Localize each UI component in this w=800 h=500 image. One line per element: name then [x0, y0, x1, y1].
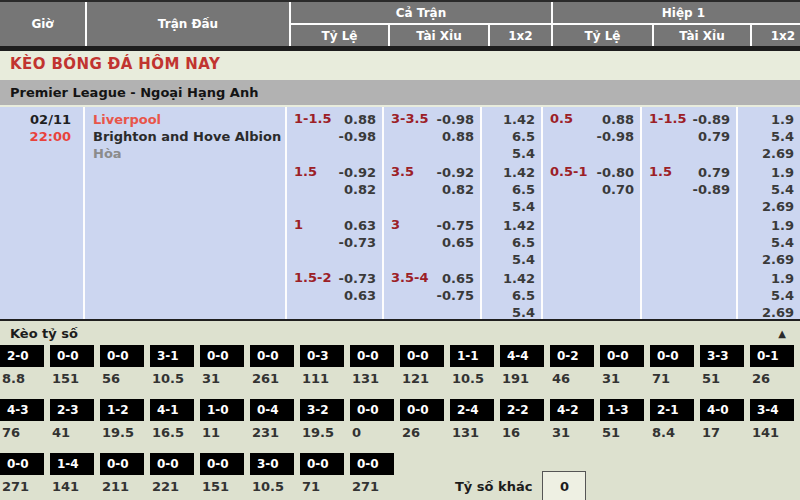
score-box[interactable]: 0-0: [100, 453, 144, 475]
score-box[interactable]: 4-1: [150, 399, 194, 421]
odds-cell-full-over-under[interactable]: 3.5-40.65-0.75: [384, 266, 482, 321]
score-box[interactable]: 0-0: [350, 399, 394, 421]
score-cell[interactable]: 0-00: [350, 399, 394, 449]
other-score-value[interactable]: 0: [542, 471, 586, 500]
odds-cell-h1-1x2[interactable]: 1.95.42.69: [738, 107, 800, 162]
score-box[interactable]: 3-4: [750, 399, 794, 421]
odds-cell-h1-1x2[interactable]: 1.95.42.69: [738, 160, 800, 215]
score-box[interactable]: 0-0: [400, 399, 444, 421]
score-box[interactable]: 0-0: [600, 345, 644, 367]
score-box[interactable]: 3-1: [150, 345, 194, 367]
score-box[interactable]: 2-3: [50, 399, 94, 421]
score-cell[interactable]: 3-351: [700, 345, 744, 395]
score-cell[interactable]: 4-116.5: [150, 399, 194, 449]
odds-cell-full-handicap[interactable]: 1-1.50.88-0.98: [287, 107, 384, 162]
collapse-icon[interactable]: ▲: [778, 328, 786, 339]
score-cell[interactable]: 1-219.5: [100, 399, 144, 449]
score-box[interactable]: 2-1: [650, 399, 694, 421]
score-box[interactable]: 0-0: [200, 453, 244, 475]
score-cell[interactable]: 1-110.5: [450, 345, 494, 395]
score-cell[interactable]: 0-031: [600, 345, 644, 395]
score-cell[interactable]: 0-056: [100, 345, 144, 395]
score-box[interactable]: 0-0: [650, 345, 694, 367]
score-box[interactable]: 0-0: [0, 453, 44, 475]
score-box[interactable]: 0-0: [150, 453, 194, 475]
score-box[interactable]: 0-3: [300, 345, 344, 367]
odds-cell-full-handicap[interactable]: 1.5-0.920.82: [287, 160, 384, 215]
score-cell[interactable]: 4-231: [550, 399, 594, 449]
score-box[interactable]: 4-2: [550, 399, 594, 421]
score-box[interactable]: 1-4: [50, 453, 94, 475]
odds-cell-full-1x2[interactable]: 1.426.55.4: [482, 160, 543, 215]
odds-cell-h1-1x2[interactable]: 1.95.42.69: [738, 213, 800, 268]
score-cell[interactable]: 0-0151: [50, 345, 94, 395]
score-box[interactable]: 0-1: [750, 345, 794, 367]
odds-cell-h1-handicap[interactable]: [543, 213, 642, 268]
odds-cell-full-1x2[interactable]: 1.426.55.4: [482, 266, 543, 321]
score-cell[interactable]: 3-110.5: [150, 345, 194, 395]
score-box[interactable]: 1-1: [450, 345, 494, 367]
score-box[interactable]: 1-0: [200, 399, 244, 421]
score-cell[interactable]: 0-0151: [200, 453, 244, 500]
odds-cell-full-over-under[interactable]: 3.5-0.920.82: [384, 160, 482, 215]
odds-cell-h1-over-under[interactable]: 1-1.5-0.890.79: [642, 107, 738, 162]
score-cell[interactable]: 0-026: [400, 399, 444, 449]
score-box[interactable]: 0-0: [350, 345, 394, 367]
odds-cell-full-handicap[interactable]: 10.63-0.73: [287, 213, 384, 268]
score-box[interactable]: 1-3: [600, 399, 644, 421]
score-cell[interactable]: 3-219.5: [300, 399, 344, 449]
odds-cell-h1-1x2[interactable]: 1.95.42.69: [738, 266, 800, 321]
score-cell[interactable]: 2-18.4: [650, 399, 694, 449]
score-cell[interactable]: 0-0261: [250, 345, 294, 395]
score-box[interactable]: 0-0: [50, 345, 94, 367]
score-box[interactable]: 1-2: [100, 399, 144, 421]
score-cell[interactable]: 0-0211: [100, 453, 144, 500]
score-cell[interactable]: 4-017: [700, 399, 744, 449]
score-cell[interactable]: 0-126: [750, 345, 794, 395]
score-cell[interactable]: 0-4231: [250, 399, 294, 449]
score-cell[interactable]: 4-376: [0, 399, 44, 449]
score-box[interactable]: 0-0: [200, 345, 244, 367]
score-box[interactable]: 0-0: [100, 345, 144, 367]
score-box[interactable]: 2-4: [450, 399, 494, 421]
score-box[interactable]: 3-2: [300, 399, 344, 421]
score-cell[interactable]: 2-216: [500, 399, 544, 449]
score-box[interactable]: 4-4: [500, 345, 544, 367]
score-cell[interactable]: 0-0121: [400, 345, 444, 395]
odds-cell-h1-over-under[interactable]: [642, 266, 738, 321]
score-box[interactable]: 4-3: [0, 399, 44, 421]
score-cell[interactable]: 0-3111: [300, 345, 344, 395]
score-cell[interactable]: 1-011: [200, 399, 244, 449]
score-box[interactable]: 3-3: [700, 345, 744, 367]
score-box[interactable]: 0-0: [250, 345, 294, 367]
score-cell[interactable]: 4-4191: [500, 345, 544, 395]
score-box[interactable]: 0-0: [300, 453, 344, 475]
odds-cell-h1-handicap[interactable]: 0.50.88-0.98: [543, 107, 642, 162]
odds-cell-full-1x2[interactable]: 1.426.55.4: [482, 213, 543, 268]
score-cell[interactable]: 2-08.8: [0, 345, 44, 395]
score-cell[interactable]: 2-341: [50, 399, 94, 449]
score-box[interactable]: 0-2: [550, 345, 594, 367]
odds-cell-h1-over-under[interactable]: 1.50.79-0.89: [642, 160, 738, 215]
odds-cell-h1-handicap[interactable]: 0.5-1-0.800.70: [543, 160, 642, 215]
score-cell[interactable]: 0-071: [300, 453, 344, 500]
score-cell[interactable]: 0-0131: [350, 345, 394, 395]
odds-cell-full-1x2[interactable]: 1.426.55.4: [482, 107, 543, 162]
odds-cell-h1-handicap[interactable]: [543, 266, 642, 321]
odds-cell-full-handicap[interactable]: 1.5-2-0.730.63: [287, 266, 384, 321]
score-cell[interactable]: 0-0271: [350, 453, 394, 500]
score-cell[interactable]: 0-031: [200, 345, 244, 395]
score-box[interactable]: 0-4: [250, 399, 294, 421]
score-box[interactable]: 2-0: [0, 345, 44, 367]
score-cell[interactable]: 0-0221: [150, 453, 194, 500]
odds-cell-full-over-under[interactable]: 3-3.5-0.980.88: [384, 107, 482, 162]
score-box[interactable]: 0-0: [400, 345, 444, 367]
odds-cell-h1-over-under[interactable]: [642, 213, 738, 268]
score-cell[interactable]: 0-071: [650, 345, 694, 395]
score-cell[interactable]: 2-4131: [450, 399, 494, 449]
score-cell[interactable]: 0-246: [550, 345, 594, 395]
score-box[interactable]: 4-0: [700, 399, 744, 421]
score-box[interactable]: 2-2: [500, 399, 544, 421]
score-cell[interactable]: 1-351: [600, 399, 644, 449]
score-box[interactable]: 3-0: [250, 453, 294, 475]
